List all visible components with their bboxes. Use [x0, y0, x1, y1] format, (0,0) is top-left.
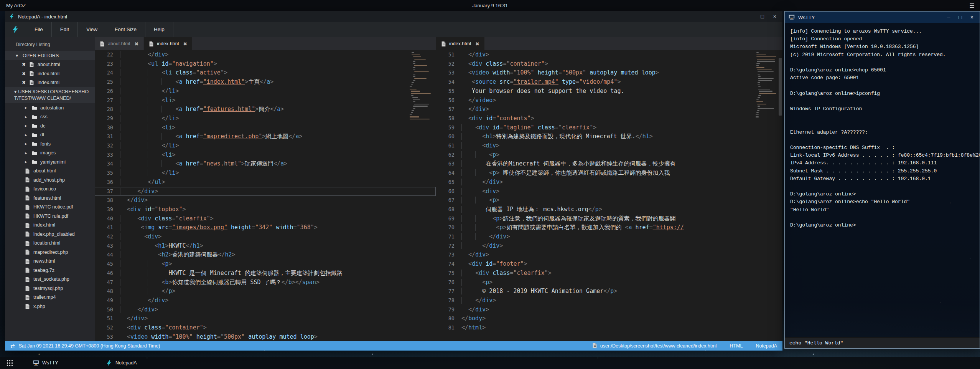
- file-item[interactable]: features.html: [5, 194, 95, 203]
- code-line: 49 </div>: [95, 296, 436, 305]
- close-icon[interactable]: ✖: [134, 41, 138, 47]
- file-item[interactable]: add_vhost.php: [5, 175, 95, 185]
- minimap[interactable]: [409, 52, 431, 121]
- menu-edit[interactable]: Edit: [52, 22, 78, 37]
- line-number: 48: [95, 287, 113, 296]
- line-number: 31: [95, 132, 113, 141]
- file-item[interactable]: mapredirect.php: [5, 248, 95, 257]
- section-open-editors[interactable]: ▾OPEN EDITORS: [5, 51, 95, 60]
- app-logo-icon[interactable]: [5, 22, 26, 37]
- tab-about.html[interactable]: about.html✖: [95, 37, 143, 50]
- taskbar-item-notepada[interactable]: NotepadA: [106, 357, 137, 369]
- taskbar-label: NotepadA: [115, 360, 137, 366]
- line-number: 28: [95, 105, 113, 114]
- line-number: 66: [436, 187, 455, 196]
- line-number: 78: [436, 296, 455, 305]
- line-number: 54: [436, 78, 455, 87]
- line-number: 23: [95, 60, 113, 69]
- code-line: 22 </div>: [95, 50, 436, 60]
- terminal-maximize-button[interactable]: □: [959, 14, 962, 20]
- folder-item[interactable]: ▸autostation: [5, 103, 95, 113]
- open-editor-item[interactable]: ✖index.html: [5, 69, 95, 78]
- file-item[interactable]: teabag.7z: [5, 266, 95, 275]
- notepada-titlebar[interactable]: NotepadA - index.html – □ ×: [5, 11, 782, 22]
- code-editor-right[interactable]: 51 </div>52 <div class="container">53 <v…: [436, 50, 782, 341]
- code-line: 75 <div class="clearfix">: [436, 269, 782, 278]
- line-number: 81: [436, 323, 455, 333]
- line-number: 63: [436, 159, 455, 169]
- code-line: 47 <b>你知道我們全線伺服器已轉用 SSD 了嗎？</b></span>: [95, 278, 436, 287]
- menu-view[interactable]: View: [78, 22, 106, 37]
- open-editor-item[interactable]: ✖about.html: [5, 60, 95, 69]
- code-editor-left[interactable]: 22 </div>23 <ul id="navigation">24 <li c…: [95, 50, 436, 341]
- file-item[interactable]: HKWTC notice.pdf: [5, 203, 95, 212]
- close-icon[interactable]: ✖: [183, 41, 187, 47]
- close-icon[interactable]: ✖: [475, 41, 479, 47]
- file-item[interactable]: x.php: [5, 302, 95, 311]
- terminal-line: D:\golang\aroz online>chcp 65001: [790, 66, 980, 74]
- line-number: 24: [95, 68, 113, 78]
- line-number: 73: [436, 250, 455, 260]
- close-icon[interactable]: ✖: [22, 62, 26, 67]
- folder-item[interactable]: ▸dc: [5, 121, 95, 131]
- tab-index.html[interactable]: index.html✖: [436, 37, 484, 50]
- menu-font-size[interactable]: Font Size: [106, 22, 145, 37]
- file-item[interactable]: index.php_disabled: [5, 230, 95, 239]
- terminal-minimize-button[interactable]: –: [947, 14, 950, 20]
- wstty-titlebar[interactable]: WsTTY – □ ×: [785, 12, 980, 23]
- minimize-button[interactable]: –: [749, 13, 752, 20]
- terminal-close-button[interactable]: ×: [970, 14, 973, 20]
- line-number: 77: [436, 287, 455, 296]
- terminal-input[interactable]: echo "Hello World": [785, 337, 980, 348]
- file-item[interactable]: index.html: [5, 221, 95, 230]
- terminal-output[interactable]: [info] Conencting to arozos WsTTY servic…: [785, 23, 980, 337]
- tab-index.html[interactable]: index.html✖: [144, 37, 192, 50]
- code-line: 29 </li>: [95, 114, 436, 123]
- taskbar-label: WsTTY: [42, 360, 58, 366]
- terminal-line: [info] Conencting to arozos WsTTY servic…: [790, 28, 980, 35]
- maximize-button[interactable]: □: [761, 13, 764, 20]
- folder-item[interactable]: ▸yamiyamimi: [5, 157, 95, 167]
- taskbar-item-wstty[interactable]: WsTTY: [33, 357, 58, 369]
- close-icon[interactable]: ✖: [22, 71, 26, 76]
- close-button[interactable]: ×: [773, 13, 776, 20]
- line-number: 52: [436, 60, 455, 69]
- code-line: 70 <p>如有問題或需要申請白名單，歡迎加入我們的 <a href="http…: [436, 223, 782, 232]
- folder-item[interactable]: ▸fonts: [5, 139, 95, 149]
- open-editor-item[interactable]: ✖index.html: [5, 78, 95, 88]
- code-line: 81</html>: [436, 323, 782, 333]
- line-number: 44: [95, 250, 113, 260]
- sidebar-header: Directory Listing: [5, 37, 95, 51]
- folder-item[interactable]: ▸images: [5, 149, 95, 158]
- hamburger-icon[interactable]: ☰: [970, 2, 975, 9]
- line-number: 51: [95, 314, 113, 323]
- section-directory-root[interactable]: ▾USER:/DESKTOP/SCREENSHOT/TEST/WWW CLEAN…: [5, 87, 95, 103]
- app-grid-icon[interactable]: [6, 359, 13, 367]
- file-item[interactable]: trailer.mp4: [5, 293, 95, 302]
- code-line: 42 <div>: [95, 232, 436, 242]
- line-number: 59: [436, 123, 455, 132]
- code-line: 38 </div>: [95, 196, 436, 205]
- statusbar: ⇄ Sat Jan 09 2021 16:29:49 GMT+0800 (Hon…: [5, 341, 782, 351]
- file-item[interactable]: test_sockets.php: [5, 275, 95, 284]
- terminal-line: [info] Connection opened: [790, 35, 980, 43]
- scrollbar-thumb[interactable]: [779, 58, 782, 116]
- menu-file[interactable]: File: [26, 22, 52, 37]
- folder-icon: [32, 124, 37, 128]
- line-number: 30: [95, 123, 113, 132]
- file-item[interactable]: news.html: [5, 257, 95, 266]
- file-item[interactable]: location.html: [5, 239, 95, 248]
- line-number: 69: [436, 214, 455, 223]
- folder-item[interactable]: ▸css: [5, 113, 95, 122]
- file-item[interactable]: HKWTC rule.pdf: [5, 212, 95, 221]
- close-icon[interactable]: ✖: [22, 80, 26, 85]
- file-item[interactable]: testmysql.php: [5, 284, 95, 293]
- terminal-line: Subnet Mask . . . . . . . . . . . : 255.…: [790, 167, 980, 175]
- file-item[interactable]: about.html: [5, 167, 95, 176]
- folder-item[interactable]: ▸dl: [5, 131, 95, 140]
- menu-help[interactable]: Help: [145, 22, 173, 37]
- file-icon: [100, 41, 105, 47]
- minimap[interactable]: [756, 52, 778, 119]
- code-line: 78 </div>: [436, 296, 782, 305]
- file-item[interactable]: favicon.ico: [5, 185, 95, 194]
